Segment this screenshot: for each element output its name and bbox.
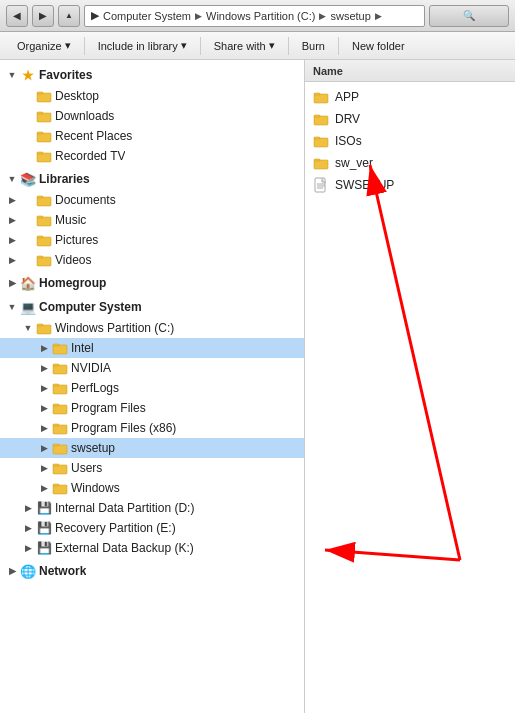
tree-item-windows[interactable]: ▶ Windows — [0, 478, 304, 498]
tree-panel: ▼ ★ Favorites Desktop — [0, 60, 305, 713]
share-with-button[interactable]: Share with ▾ — [205, 36, 284, 55]
address-part-1: Computer System — [103, 10, 191, 22]
include-library-button[interactable]: Include in library ▾ — [89, 36, 196, 55]
nvidia-expand[interactable]: ▶ — [36, 360, 52, 376]
documents-icon — [36, 192, 52, 208]
tree-item-intel[interactable]: ▶ Intel — [0, 338, 304, 358]
tree-item-downloads[interactable]: Downloads — [0, 106, 304, 126]
tree-item-swsetup[interactable]: ▶ swsetup — [0, 438, 304, 458]
content-panel: Name APP DRV ISOs — [305, 60, 515, 713]
svg-rect-17 — [37, 324, 43, 326]
pictures-expand[interactable]: ▶ — [4, 232, 20, 248]
name-column-header: Name — [313, 65, 343, 77]
svg-rect-23 — [53, 384, 59, 386]
tree-item-recovery[interactable]: ▶ 💾 Recovery Partition (E:) — [0, 518, 304, 538]
program-files-expand[interactable]: ▶ — [36, 400, 52, 416]
tree-item-desktop[interactable]: Desktop — [0, 86, 304, 106]
svg-rect-25 — [53, 404, 59, 406]
new-folder-button[interactable]: New folder — [343, 37, 414, 55]
tree-item-internal[interactable]: ▶ 💾 Internal Data Partition (D:) — [0, 498, 304, 518]
svg-rect-33 — [53, 484, 59, 486]
tree-item-pictures[interactable]: ▶ Pictures — [0, 230, 304, 250]
svg-rect-8 — [37, 197, 51, 206]
svg-rect-11 — [37, 216, 43, 218]
homegroup-section: ▶ 🏠 Homegroup — [0, 272, 304, 294]
users-expand[interactable]: ▶ — [36, 460, 52, 476]
burn-button[interactable]: Burn — [293, 37, 334, 55]
tree-item-documents[interactable]: ▶ Documents — [0, 190, 304, 210]
network-section: ▶ 🌐 Network — [0, 560, 304, 582]
main-layout: ▼ ★ Favorites Desktop — [0, 60, 515, 713]
drv-label: DRV — [335, 112, 360, 126]
tree-item-recorded[interactable]: Recorded TV — [0, 146, 304, 166]
forward-button[interactable]: ▶ — [32, 5, 54, 27]
content-item-isos[interactable]: ISOs — [305, 130, 515, 152]
favorites-expand[interactable]: ▼ — [4, 67, 20, 83]
libraries-header[interactable]: ▼ 📚 Libraries — [0, 168, 304, 190]
tree-item-program-files-x86[interactable]: ▶ Program Files (x86) — [0, 418, 304, 438]
tree-item-music[interactable]: ▶ Music — [0, 210, 304, 230]
tree-item-program-files[interactable]: ▶ Program Files — [0, 398, 304, 418]
svg-rect-22 — [53, 385, 67, 394]
computer-label: Computer System — [39, 300, 142, 314]
music-expand[interactable]: ▶ — [4, 212, 20, 228]
homegroup-expand[interactable]: ▶ — [4, 275, 20, 291]
downloads-folder-icon — [36, 108, 52, 124]
network-header[interactable]: ▶ 🌐 Network — [0, 560, 304, 582]
content-item-sw-ver[interactable]: sw_ver — [305, 152, 515, 174]
tree-item-win-partition[interactable]: ▼ Windows Partition (C:) — [0, 318, 304, 338]
program-files-x86-label: Program Files (x86) — [71, 421, 176, 435]
music-label: Music — [55, 213, 86, 227]
program-files-folder-icon — [52, 400, 68, 416]
address-bar[interactable]: ▶ Computer System ▶ Windows Partition (C… — [84, 5, 425, 27]
perflogs-expand[interactable]: ▶ — [36, 380, 52, 396]
back-button[interactable]: ◀ — [6, 5, 28, 27]
tree-item-nvidia[interactable]: ▶ NVIDIA — [0, 358, 304, 378]
svg-line-48 — [325, 550, 460, 560]
computer-expand[interactable]: ▼ — [4, 299, 20, 315]
videos-expand[interactable]: ▶ — [4, 252, 20, 268]
downloads-label: Downloads — [55, 109, 114, 123]
tree-item-users[interactable]: ▶ Users — [0, 458, 304, 478]
swsetup-file-label: SWSETUP — [335, 178, 394, 192]
svg-rect-34 — [314, 94, 328, 103]
svg-rect-30 — [53, 465, 67, 474]
organize-button[interactable]: Organize ▾ — [8, 36, 80, 55]
up-button[interactable]: ▲ — [58, 5, 80, 27]
intel-label: Intel — [71, 341, 94, 355]
recent-label: Recent Places — [55, 129, 132, 143]
toolbar-separator-3 — [288, 37, 289, 55]
favorites-star-icon: ★ — [20, 67, 36, 83]
libraries-expand[interactable]: ▼ — [4, 171, 20, 187]
libraries-icon: 📚 — [20, 171, 36, 187]
external-expand[interactable]: ▶ — [20, 540, 36, 556]
content-item-app[interactable]: APP — [305, 86, 515, 108]
content-item-swsetup[interactable]: SWSETUP — [305, 174, 515, 196]
pictures-label: Pictures — [55, 233, 98, 247]
windows-expand[interactable]: ▶ — [36, 480, 52, 496]
homegroup-header[interactable]: ▶ 🏠 Homegroup — [0, 272, 304, 294]
app-folder-icon — [313, 89, 329, 105]
homegroup-icon: 🏠 — [20, 275, 36, 291]
tree-item-perflogs[interactable]: ▶ PerfLogs — [0, 378, 304, 398]
computer-header[interactable]: ▼ 💻 Computer System — [0, 296, 304, 318]
tree-item-recent[interactable]: Recent Places — [0, 126, 304, 146]
videos-icon — [36, 252, 52, 268]
tree-item-videos[interactable]: ▶ Videos — [0, 250, 304, 270]
win-partition-expand[interactable]: ▼ — [20, 320, 36, 336]
recovery-drive-icon: 💾 — [36, 520, 52, 536]
swsetup-expand[interactable]: ▶ — [36, 440, 52, 456]
network-expand[interactable]: ▶ — [4, 563, 20, 579]
internal-expand[interactable]: ▶ — [20, 500, 36, 516]
program-files-x86-expand[interactable]: ▶ — [36, 420, 52, 436]
computer-section: ▼ 💻 Computer System ▼ Windows Partition … — [0, 296, 304, 558]
users-folder-icon — [52, 460, 68, 476]
favorites-header[interactable]: ▼ ★ Favorites — [0, 64, 304, 86]
recovery-expand[interactable]: ▶ — [20, 520, 36, 536]
intel-expand[interactable]: ▶ — [36, 340, 52, 356]
documents-expand[interactable]: ▶ — [4, 192, 20, 208]
tree-item-external[interactable]: ▶ 💾 External Data Backup (K:) — [0, 538, 304, 558]
svg-rect-21 — [53, 364, 59, 366]
content-item-drv[interactable]: DRV — [305, 108, 515, 130]
search-button[interactable]: 🔍 — [429, 5, 509, 27]
